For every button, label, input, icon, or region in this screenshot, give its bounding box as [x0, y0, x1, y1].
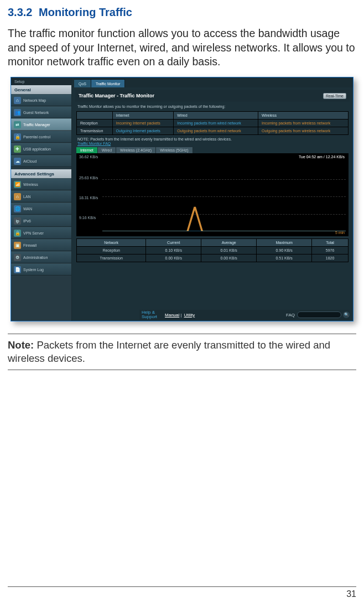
- sidebar-item-administration[interactable]: ⚙ Administration: [11, 251, 71, 263]
- note-label: Note:: [8, 339, 34, 351]
- utility-link[interactable]: Utility: [184, 313, 195, 318]
- table-header: Network: [77, 239, 146, 247]
- row-label: Transmission: [77, 254, 146, 262]
- usb-app-icon: ✚: [14, 145, 21, 153]
- search-go-button[interactable]: 🔍: [343, 311, 350, 318]
- chart-xaxis-label: 5 min: [335, 231, 345, 235]
- page-footer: 31: [8, 586, 356, 599]
- table-header: [77, 112, 113, 119]
- sidebar-setup-button[interactable]: Setup: [11, 77, 71, 85]
- help-support-bar: Help & Support Manual| Utility FAQ 🔍: [139, 310, 350, 320]
- faq-search-input[interactable]: [297, 311, 341, 318]
- manual-link[interactable]: Manual: [165, 313, 179, 318]
- sidebar-item-wan[interactable]: 🌐 WAN: [11, 202, 71, 215]
- sidebar-item-parental-control[interactable]: 🔒 Parental control: [11, 131, 71, 143]
- tab-qos[interactable]: QoS: [74, 79, 91, 87]
- help-support-label: Help & Support: [139, 310, 157, 319]
- sidebar-item-ipv6[interactable]: ip IPv6: [11, 215, 71, 227]
- sidebar-item-firewall[interactable]: ▣ Firewall: [11, 239, 71, 251]
- table-row: Transmission 0.00 KB/s 0.00 KB/s 0.51 KB…: [77, 254, 349, 262]
- note-block: Note: Packets from the Internet are even…: [8, 339, 356, 370]
- wan-icon: 🌐: [14, 205, 21, 212]
- table-row: Network Current Average Maximum Total: [77, 239, 349, 247]
- y-axis-label: 9.16 KB/s: [79, 216, 96, 220]
- network-map-icon: ⌂: [14, 97, 21, 104]
- table-header: Wireless: [258, 112, 349, 119]
- sidebar-item-label: IPv6: [23, 219, 31, 223]
- chart-tab-wired[interactable]: Wired: [98, 147, 116, 153]
- row-label: Transmission: [77, 127, 113, 135]
- vpn-icon: 🔒: [14, 230, 21, 237]
- traffic-monitor-faq-link[interactable]: Traffic Monitor FAQ: [77, 142, 347, 145]
- sidebar-item-label: Wireless: [23, 183, 38, 186]
- sidebar-item-label: USB application: [23, 147, 51, 151]
- note-text: Packets from the Internet are evenly tra…: [8, 339, 330, 364]
- sidebar-item-label: AiCloud: [23, 159, 37, 163]
- table-header: Internet: [112, 112, 174, 119]
- sidebar-item-network-map[interactable]: ⌂ Network Map: [11, 94, 71, 106]
- help-links: Manual| Utility: [164, 313, 196, 318]
- divider: [8, 334, 356, 334]
- sidebar-item-guest-network[interactable]: 👥 Guest Network: [11, 106, 71, 118]
- system-log-icon: 📄: [14, 266, 21, 273]
- row-label: Reception: [77, 119, 113, 127]
- cell-value: 0.00 KB/s: [146, 254, 201, 262]
- cell-link[interactable]: Incoming packets from wired network: [174, 119, 258, 127]
- cell-value: 0.10 KB/s: [146, 247, 201, 254]
- table-row: Reception Incoming Internet packets Inco…: [77, 119, 349, 127]
- cell-link[interactable]: Incoming packets from wireless network: [258, 119, 349, 127]
- cell-value: 0.00 KB/s: [201, 254, 257, 262]
- top-tab-row: QoS Traffic Monitor: [72, 77, 353, 87]
- ipv6-icon: ip: [14, 217, 21, 225]
- table-row: Reception 0.10 KB/s 0.01 KB/s 0.90 KB/s …: [77, 247, 349, 254]
- sidebar-item-label: WAN: [23, 207, 32, 211]
- panel-title: Traffic Manager - Traffic Monitor: [79, 93, 154, 98]
- network-direction-table: Internet Wired Wireless Reception Incomi…: [76, 111, 349, 135]
- section-heading: 3.3.2 Monitoring Traffic: [8, 6, 356, 19]
- sidebar-item-label: Administration: [23, 256, 48, 259]
- chart-plot-area: [102, 162, 346, 231]
- tab-traffic-monitor[interactable]: Traffic Monitor: [91, 79, 125, 87]
- sidebar: Setup General ⌂ Network Map 👥 Guest Netw…: [11, 77, 72, 321]
- sidebar-heading-general: General: [11, 85, 71, 94]
- y-axis-label: 36.62 KB/s: [79, 155, 98, 159]
- panel-note: NOTE: Packets from the Internet are even…: [77, 137, 347, 141]
- sidebar-item-usb-application[interactable]: ✚ USB application: [11, 143, 71, 155]
- sidebar-item-vpn-server[interactable]: 🔒 VPN Server: [11, 227, 71, 239]
- chart-tab-wireless-5[interactable]: Wireless (5GHz): [156, 147, 193, 153]
- chart-tab-wireless-24[interactable]: Wireless (2.4GHz): [116, 147, 156, 153]
- wireless-icon: 📶: [14, 181, 21, 188]
- sidebar-item-label: Guest Network: [23, 111, 49, 115]
- cell-link[interactable]: Outgoing packets from wireless network: [258, 127, 349, 135]
- sidebar-heading-advanced: Advanced Settings: [11, 169, 71, 178]
- table-header: Total: [312, 239, 349, 247]
- table-header: Current: [146, 239, 201, 247]
- cell-link[interactable]: Incoming Internet packets: [112, 119, 174, 127]
- sidebar-item-wireless[interactable]: 📶 Wireless: [11, 178, 71, 190]
- sidebar-item-aicloud[interactable]: ☁ AiCloud: [11, 155, 71, 167]
- chart-tab-row: Internet Wired Wireless (2.4GHz) Wireles…: [76, 147, 349, 153]
- table-header: Maximum: [257, 239, 312, 247]
- router-screenshot: Setup General ⌂ Network Map 👥 Guest Netw…: [11, 77, 353, 321]
- cell-value: 0.90 KB/s: [257, 247, 312, 254]
- chart-tab-internet[interactable]: Internet: [76, 147, 98, 153]
- sidebar-item-label: Parental control: [23, 135, 50, 139]
- panel-description: Traffic Monitor allows you to monitor th…: [77, 104, 347, 109]
- cell-link[interactable]: Outgoing packets from wired network: [174, 127, 258, 135]
- faq-label: FAQ: [286, 313, 295, 318]
- cell-link[interactable]: Outgoing Internet packets: [112, 127, 174, 135]
- sidebar-item-lan[interactable]: ⌂ LAN: [11, 190, 71, 202]
- sidebar-item-traffic-manager[interactable]: ⇄ Traffic Manager: [11, 118, 71, 131]
- cell-value: 0.01 KB/s: [201, 247, 257, 254]
- traffic-manager-icon: ⇄: [14, 121, 21, 128]
- chart-lines: [102, 162, 346, 231]
- cell-value: 5976: [312, 247, 349, 254]
- sidebar-item-label: System Log: [23, 268, 44, 272]
- realtime-button[interactable]: Real-Time: [323, 93, 346, 99]
- sidebar-item-label: Firewall: [23, 243, 37, 247]
- table-header: Average: [201, 239, 257, 247]
- sidebar-item-system-log[interactable]: 📄 System Log: [11, 263, 71, 276]
- sidebar-item-label: Network Map: [23, 98, 46, 102]
- guest-network-icon: 👥: [14, 109, 21, 116]
- y-axis-label: 25.63 KB/s: [79, 176, 98, 180]
